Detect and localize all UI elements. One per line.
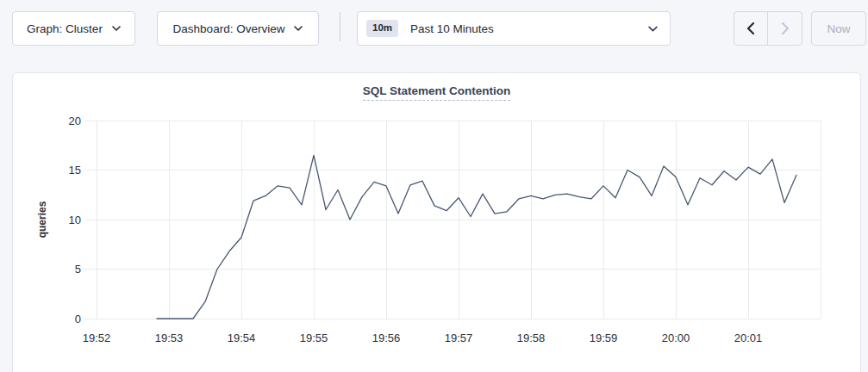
series-line-queries: [157, 155, 796, 319]
time-range-pager: [734, 11, 802, 46]
chevron-down-icon: [648, 26, 658, 32]
x-tick-label: 20:01: [734, 332, 763, 344]
chevron-down-icon: [112, 26, 121, 31]
toolbar-divider: [340, 12, 340, 41]
next-time-button[interactable]: [768, 12, 802, 45]
x-tick-label: 19:56: [372, 332, 401, 344]
y-axis-label: queries: [36, 201, 48, 238]
chart-gridlines: [84, 121, 821, 319]
now-button[interactable]: Now: [811, 11, 866, 46]
x-tick-label: 19:52: [83, 332, 111, 344]
x-tick-label: 19:55: [300, 332, 328, 344]
time-range-badge: 10m: [366, 20, 398, 37]
chart-title[interactable]: SQL Statement Contention: [363, 84, 511, 101]
graph-dropdown-button[interactable]: Graph: Cluster: [12, 11, 135, 46]
y-tick-label: 15: [69, 164, 81, 177]
x-tick-label: 19:57: [445, 332, 473, 344]
dashboard-dropdown-button[interactable]: Dashboard: Overview: [157, 11, 319, 46]
y-tick-label: 5: [75, 263, 81, 276]
x-tick-label: 19:58: [517, 332, 546, 344]
x-tick-label: 19:53: [155, 332, 184, 344]
chart-axis-labels: 0510152019:5219:5319:5419:5519:5619:5719…: [36, 115, 762, 345]
now-button-label: Now: [827, 22, 850, 35]
dashboard-dropdown-label: Dashboard: Overview: [173, 22, 285, 35]
y-tick-label: 10: [69, 214, 81, 226]
y-tick-label: 20: [69, 115, 81, 127]
x-tick-label: 20:00: [662, 332, 690, 344]
chevron-right-icon: [781, 22, 790, 35]
chart-title-row: SQL Statement Contention: [13, 83, 860, 101]
x-tick-label: 19:59: [590, 332, 618, 344]
prev-time-button[interactable]: [734, 12, 768, 45]
chevron-left-icon: [746, 22, 755, 35]
y-tick-label: 0: [75, 313, 81, 326]
chart-card: SQL Statement Contention 0510152019:5219…: [12, 72, 861, 372]
time-range-label: Past 10 Minutes: [410, 22, 494, 35]
graph-dropdown-label: Graph: Cluster: [27, 22, 103, 35]
chevron-down-icon: [294, 26, 303, 31]
time-range-dropdown[interactable]: 10m Past 10 Minutes: [357, 11, 671, 46]
x-tick-label: 19:54: [228, 332, 256, 344]
sql-statement-contention-chart[interactable]: 0510152019:5219:5319:5419:5519:5619:5719…: [13, 113, 861, 371]
